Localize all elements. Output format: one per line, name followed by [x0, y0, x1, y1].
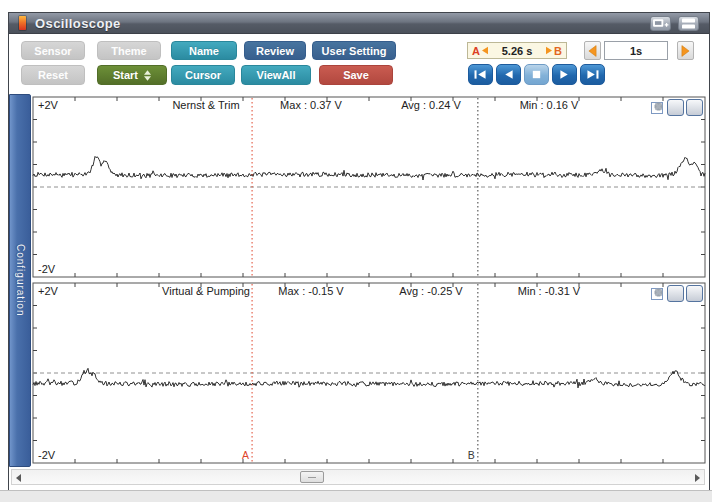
cursor-a-label: A — [472, 45, 480, 57]
start-button-label: Start — [113, 69, 138, 81]
timebase-value[interactable]: 1s — [604, 41, 668, 60]
chart-virtual-pumping: AB +2V Virtual & Pumping Max : -0.15 V A… — [31, 282, 707, 464]
sensor-button[interactable]: Sensor — [21, 41, 85, 60]
timebase-decrease-button[interactable] — [584, 41, 601, 60]
scroll-right-icon[interactable] — [695, 474, 700, 482]
timebase-increase-button[interactable] — [677, 41, 694, 60]
configuration-tab-label: Configuration — [15, 244, 26, 316]
skip-to-start-button[interactable] — [468, 64, 493, 85]
stacked-panels-icon — [679, 17, 698, 30]
playback-controls — [468, 64, 605, 85]
waveform-plot-1[interactable] — [31, 96, 707, 278]
skip-to-end-icon — [581, 64, 604, 85]
svg-text:B: B — [468, 449, 475, 461]
close-icon — [651, 99, 666, 114]
popout-window-button[interactable] — [650, 16, 671, 31]
oscilloscope-window: Oscilloscope Sensor Theme Name Review Us… — [8, 12, 710, 491]
app-icon — [19, 16, 26, 30]
toolbar: Sensor Theme Name Review User Setting Re… — [9, 34, 709, 94]
user-setting-button-label: User Setting — [322, 45, 387, 57]
ab-delta-value: 5.26 s — [488, 45, 546, 57]
reset-button[interactable]: Reset — [21, 65, 85, 85]
horizontal-scrollbar[interactable] — [11, 469, 705, 485]
save-button[interactable]: Save — [319, 65, 393, 85]
play-forward-icon — [553, 64, 576, 85]
scrollbar-thumb[interactable] — [300, 471, 324, 483]
tile-panels-button[interactable] — [678, 16, 699, 31]
configuration-tab[interactable]: Configuration — [9, 94, 31, 467]
cursor-button-label: Cursor — [185, 69, 221, 81]
desktop-strip — [0, 490, 712, 502]
review-button-label: Review — [256, 45, 294, 57]
window-title: Oscilloscope — [35, 16, 121, 31]
arrow-left-icon — [588, 45, 597, 57]
sensor-button-label: Sensor — [34, 45, 71, 57]
close-channel-button[interactable] — [686, 99, 703, 116]
start-button[interactable]: Start — [97, 65, 167, 85]
stop-button[interactable] — [524, 64, 549, 85]
skip-to-end-button[interactable] — [580, 64, 605, 85]
zoom-in-channel-button[interactable] — [667, 99, 684, 116]
start-spinner-icon — [144, 70, 151, 81]
timebase-value-text: 1s — [630, 45, 642, 57]
stop-icon — [525, 64, 548, 85]
name-button[interactable]: Name — [171, 41, 237, 60]
cursor-b-label: B — [554, 45, 562, 57]
waveform-plot-2[interactable]: AB — [31, 282, 707, 464]
step-backward-button[interactable] — [496, 64, 521, 85]
viewall-button-label: ViewAll — [257, 69, 296, 81]
review-button[interactable]: Review — [244, 41, 306, 60]
cursor-button[interactable]: Cursor — [171, 65, 235, 85]
save-button-label: Save — [343, 69, 369, 81]
reset-button-label: Reset — [38, 69, 68, 81]
close-icon — [651, 285, 666, 300]
step-b-right-icon[interactable] — [546, 46, 552, 55]
close-channel-button[interactable] — [686, 285, 703, 302]
arrow-right-icon — [681, 45, 690, 57]
theme-button[interactable]: Theme — [97, 41, 161, 60]
ab-time-readout: A 5.26 s B — [467, 42, 567, 59]
step-backward-icon — [497, 64, 520, 85]
titlebar: Oscilloscope — [9, 13, 709, 34]
skip-to-start-icon — [469, 64, 492, 85]
charts-area: Configuration +2V Nernst & Trim Max : 0.… — [9, 94, 709, 467]
chart-nernst-trim: +2V Nernst & Trim Max : 0.37 V Avg : 0.2… — [31, 96, 707, 278]
scroll-left-icon[interactable] — [16, 474, 21, 482]
svg-text:A: A — [242, 449, 249, 461]
viewall-button[interactable]: ViewAll — [241, 65, 311, 85]
play-forward-button[interactable] — [552, 64, 577, 85]
theme-button-label: Theme — [111, 45, 146, 57]
name-button-label: Name — [189, 45, 219, 57]
zoom-in-channel-button[interactable] — [667, 285, 684, 302]
screen-popout-icon — [651, 17, 670, 30]
user-setting-button[interactable]: User Setting — [312, 41, 396, 60]
